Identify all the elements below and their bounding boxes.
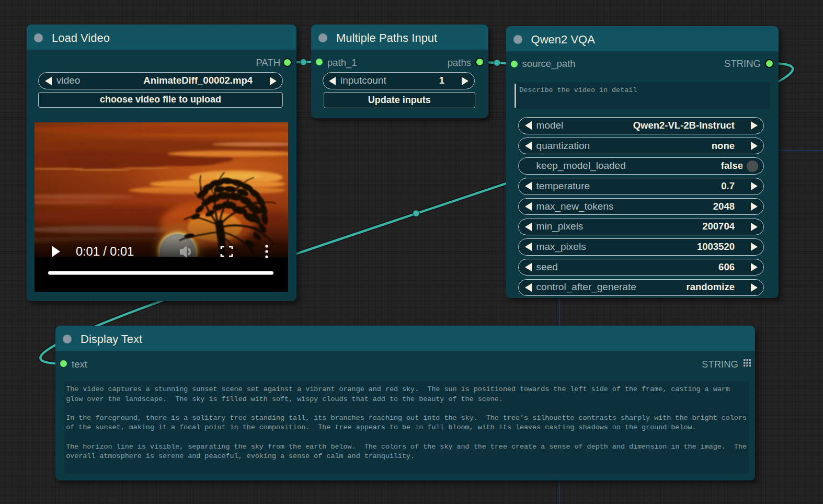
svg-text:0:01 / 0:01: 0:01 / 0:01 — [76, 245, 134, 258]
